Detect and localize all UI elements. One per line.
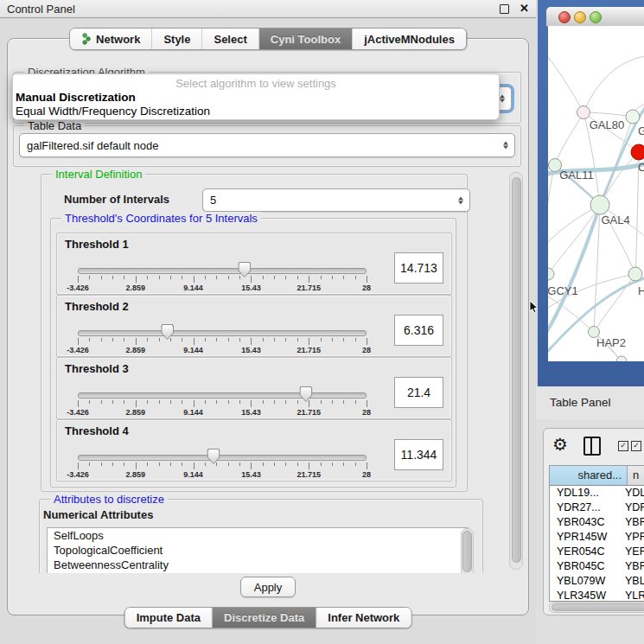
- slider-thumb[interactable]: [238, 262, 251, 277]
- tab-style[interactable]: Style: [152, 29, 202, 49]
- tab-discretize-data[interactable]: Discretize Data: [213, 608, 316, 628]
- tick-label: 9.144: [183, 408, 203, 417]
- tick-label: 15.43: [241, 408, 261, 417]
- tick-label: 28: [362, 284, 371, 292]
- tab-label: Network: [96, 33, 140, 46]
- cell-shared-name: YBL079W: [550, 574, 622, 589]
- threshold-label: Threshold 1: [65, 238, 129, 251]
- table-row[interactable]: YBR045CYBR0: [550, 559, 644, 574]
- tab-infer-network[interactable]: Infer Network: [316, 608, 411, 628]
- table-data-combobox[interactable]: galFiltered.sif default node: [19, 133, 515, 157]
- attribute-list-item[interactable]: TopologicalCoefficient: [48, 543, 468, 558]
- tick-label: 9.144: [183, 346, 203, 354]
- threshold-panel-2: Threshold 2-3.4262.8599.14415.4321.71528…: [56, 295, 452, 357]
- threshold-slider[interactable]: -3.4262.8599.14415.4321.71528: [78, 263, 367, 292]
- settings-scroll-area: Interval Definition Number of Intervals …: [13, 169, 525, 573]
- table-row[interactable]: YDR27...YDR2: [550, 501, 644, 515]
- threshold-slider[interactable]: -3.4262.8599.14415.4321.71528: [78, 450, 367, 479]
- network-node[interactable]: [628, 267, 642, 281]
- network-node-selected[interactable]: [631, 144, 644, 160]
- columns-icon[interactable]: [583, 437, 601, 456]
- tick-label: 9.144: [183, 284, 203, 292]
- threshold-panel-1: Threshold 1-3.4262.8599.14415.4321.71528…: [56, 233, 452, 295]
- table-panel-title: Table Panel: [550, 396, 611, 409]
- tab-network[interactable]: Network: [70, 29, 152, 49]
- table-row[interactable]: YER054CYER0: [550, 545, 644, 559]
- slider-track[interactable]: [78, 455, 367, 461]
- network-canvas[interactable]: GAL80GACGAL11GAL4GCY1HHAP2: [548, 26, 644, 361]
- slider-thumb[interactable]: [161, 324, 174, 340]
- threshold-value-field[interactable]: 14.713: [394, 252, 443, 284]
- threshold-panel-3: Threshold 3-3.4262.8599.14415.4321.71528…: [56, 357, 452, 419]
- cell-shared-name: YDR27...: [550, 501, 622, 515]
- slider-track[interactable]: [78, 330, 367, 336]
- float-window-icon[interactable]: [500, 4, 509, 14]
- column-header-name[interactable]: n: [628, 466, 644, 485]
- table-row[interactable]: YDL19...YDL1: [550, 486, 644, 501]
- threshold-value-field[interactable]: 21.4: [394, 377, 443, 408]
- stepper-arrows-icon: [458, 196, 463, 204]
- window-title: Control Panel: [7, 3, 75, 16]
- attributes-scrollbar[interactable]: [461, 528, 474, 573]
- tab-label: Style: [163, 33, 190, 46]
- tick-label: -3.426: [67, 408, 89, 417]
- settings-scrollbar[interactable]: [509, 172, 523, 570]
- algorithm-option-equal-width[interactable]: Equal Width/Frequency Discretization: [16, 105, 210, 118]
- gear-icon[interactable]: ⚙: [552, 434, 568, 455]
- table-row[interactable]: YBR043CYBR0: [550, 515, 644, 530]
- close-traffic-light-icon[interactable]: [558, 11, 571, 23]
- tab-jactivemnodules[interactable]: jActiveMNodules: [353, 29, 466, 49]
- table-row[interactable]: YLR345WYLR3: [550, 589, 644, 602]
- numerical-attributes-label: Numerical Attributes: [43, 508, 153, 521]
- number-of-intervals-combobox[interactable]: 5: [202, 188, 470, 212]
- threshold-label: Threshold 2: [65, 300, 129, 313]
- interval-definition-group: Interval Definition Number of Intervals …: [41, 174, 468, 492]
- network-node-label: GAL11: [559, 169, 594, 182]
- checkbox-icon[interactable]: ✓: [618, 441, 628, 451]
- network-node[interactable]: [577, 106, 590, 119]
- cell-shared-name: YBR045C: [550, 559, 622, 574]
- tab-label: jActiveMNodules: [364, 33, 455, 46]
- network-window-titlebar: [546, 7, 644, 27]
- tick-label: 21.715: [296, 346, 321, 354]
- numerical-attributes-list[interactable]: SelfLoopsTopologicalCoefficientBetweenne…: [47, 527, 469, 573]
- slider-ticks: [78, 400, 367, 407]
- mouse-cursor: [529, 301, 539, 315]
- control-panel-tabs: NetworkStyleSelectCyni ToolboxjActiveMNo…: [69, 28, 467, 50]
- table-data-group-title: Table Data: [24, 119, 85, 132]
- apply-button[interactable]: Apply: [240, 577, 296, 597]
- network-node[interactable]: [548, 268, 554, 280]
- algorithm-placeholder-option[interactable]: Select algorithm to view settings: [13, 77, 499, 90]
- threshold-slider[interactable]: -3.4262.8599.14415.4321.71528: [78, 387, 367, 417]
- network-node-label: H: [638, 284, 644, 297]
- tab-select[interactable]: Select: [202, 29, 258, 49]
- network-node[interactable]: [590, 195, 609, 214]
- attribute-list-item[interactable]: BetweennessCentrality: [48, 558, 468, 572]
- table-data-value: galFiltered.sif default node: [27, 139, 158, 152]
- table-horizontal-scrollbar[interactable]: [549, 602, 644, 613]
- stepper-arrows-icon: [503, 142, 508, 150]
- table-row[interactable]: YPR145WYPR1: [550, 530, 644, 545]
- slider-track[interactable]: [78, 392, 367, 399]
- cell-shared-name: YDL19...: [550, 486, 622, 501]
- network-node-label: GA: [638, 124, 644, 137]
- slider-track[interactable]: [78, 268, 367, 274]
- network-node[interactable]: [626, 110, 640, 124]
- table-row[interactable]: YBL079WYBL0: [550, 574, 644, 589]
- slider-thumb[interactable]: [207, 449, 220, 464]
- column-header-shared-name[interactable]: shared...: [550, 466, 628, 485]
- algorithm-option-manual[interactable]: Manual Discretization: [16, 91, 136, 104]
- cyni-toolbox-panel: Discretization Algorithm Table Data galF…: [7, 38, 529, 615]
- threshold-value-field[interactable]: 11.344: [394, 439, 443, 470]
- close-icon[interactable]: ✕: [520, 2, 529, 15]
- tab-cyni-toolbox[interactable]: Cyni Toolbox: [259, 29, 353, 49]
- checkbox-icon[interactable]: ✓: [631, 441, 641, 451]
- tab-impute-data[interactable]: Impute Data: [125, 608, 213, 628]
- threshold-value-field[interactable]: 6.316: [394, 315, 443, 346]
- slider-thumb[interactable]: [299, 386, 312, 402]
- threshold-slider[interactable]: -3.4262.8599.14415.4321.71528: [78, 325, 367, 354]
- attribute-list-item[interactable]: SelfLoops: [48, 528, 468, 543]
- zoom-traffic-light-icon[interactable]: [590, 11, 602, 23]
- minimize-traffic-light-icon[interactable]: [574, 11, 586, 23]
- cell-shared-name: YER054C: [550, 545, 622, 559]
